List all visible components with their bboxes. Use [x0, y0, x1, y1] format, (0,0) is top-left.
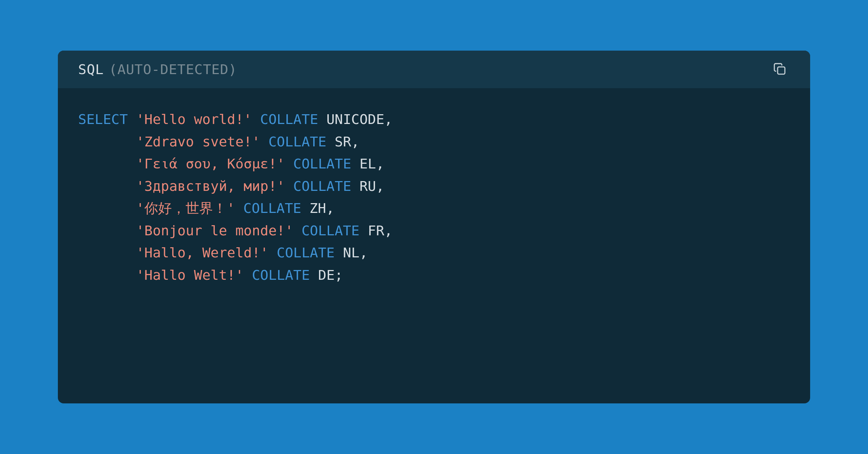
code-line: 'Здравствуй, мир!' COLLATE RU,: [78, 175, 790, 198]
language-label: SQL: [78, 61, 104, 77]
code-line: 'Zdravo svete!' COLLATE SR,: [78, 131, 790, 153]
header-title: SQL (AUTO-DETECTED): [78, 61, 237, 77]
keyword-collate: COLLATE: [293, 178, 351, 194]
terminator: ,: [359, 245, 368, 261]
string-literal: 'Hallo, Wereld!': [136, 245, 268, 261]
keyword-collate: COLLATE: [252, 267, 310, 283]
terminator: ,: [376, 178, 384, 194]
string-literal: 'Zdravo svete!': [136, 134, 260, 150]
keyword-collate: COLLATE: [268, 134, 326, 150]
detected-label: (AUTO-DETECTED): [109, 61, 237, 77]
keyword-collate: COLLATE: [302, 223, 359, 239]
keyword-collate: COLLATE: [277, 245, 335, 261]
string-literal: 'Hello world!': [136, 111, 252, 127]
terminator: ,: [326, 200, 335, 216]
string-literal: 'Здравствуй, мир!': [136, 178, 285, 194]
string-literal: 'Hallo Welt!': [136, 267, 243, 283]
keyword-collate: COLLATE: [243, 200, 301, 216]
terminator: ,: [384, 111, 393, 127]
collation-identifier: ZH: [310, 200, 326, 216]
collation-identifier: RU: [359, 178, 376, 194]
code-line: 'Hallo Welt!' COLLATE DE;: [78, 264, 790, 287]
code-panel: SQL (AUTO-DETECTED) SELECT 'Hello world!…: [58, 51, 810, 403]
svg-rect-0: [778, 67, 785, 74]
copy-icon: [773, 62, 787, 77]
code-line: 'Γειά σου, Κόσμε!' COLLATE EL,: [78, 153, 790, 175]
collation-identifier: DE: [318, 267, 335, 283]
code-line: 'Bonjour le monde!' COLLATE FR,: [78, 220, 790, 242]
copy-button[interactable]: [770, 59, 790, 80]
collation-identifier: FR: [368, 223, 384, 239]
string-literal: 'Γειά σου, Κόσμε!': [136, 156, 285, 172]
terminator: ,: [384, 223, 393, 239]
terminator: ,: [376, 156, 384, 172]
string-literal: 'Bonjour le monde!': [136, 223, 293, 239]
terminator: ,: [351, 134, 359, 150]
collation-identifier: UNICODE: [326, 111, 384, 127]
collation-identifier: NL: [343, 245, 359, 261]
code-line: SELECT 'Hello world!' COLLATE UNICODE,: [78, 108, 790, 131]
collation-identifier: SR: [335, 134, 351, 150]
collation-identifier: EL: [359, 156, 376, 172]
code-line: '你好，世界！' COLLATE ZH,: [78, 197, 790, 220]
terminator: ;: [335, 267, 343, 283]
keyword-collate: COLLATE: [293, 156, 351, 172]
keyword-collate: COLLATE: [260, 111, 318, 127]
code-line: 'Hallo, Wereld!' COLLATE NL,: [78, 242, 790, 264]
string-literal: '你好，世界！': [136, 200, 235, 216]
code-body[interactable]: SELECT 'Hello world!' COLLATE UNICODE, '…: [58, 88, 810, 307]
keyword-select: SELECT: [78, 111, 128, 127]
code-header: SQL (AUTO-DETECTED): [58, 51, 810, 88]
